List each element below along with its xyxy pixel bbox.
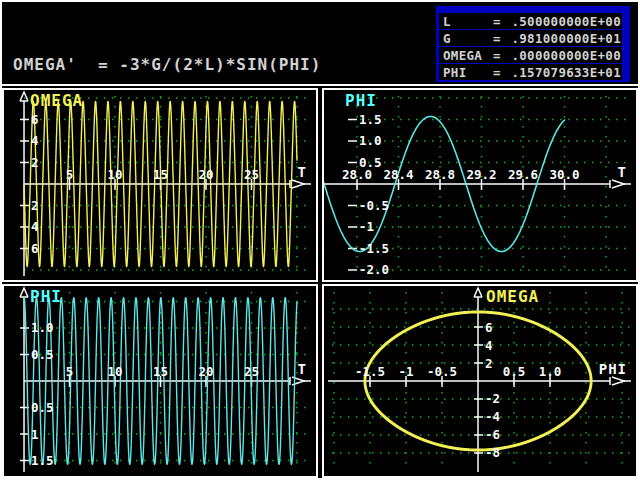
panel-title: OMEGA	[486, 287, 539, 306]
grid-dots	[332, 292, 630, 472]
equals-sign: =	[493, 31, 511, 46]
x-tick-label: 25	[244, 167, 259, 182]
param-value: .500000000E+00	[511, 14, 622, 29]
plot-svg-phase-portrait: -1.5-1-0.50.51.0642-2-4-6-8OMEGAPHI	[324, 286, 636, 476]
x-tick-label: 30.0	[549, 167, 579, 182]
x-tick-label: 15	[153, 364, 168, 379]
plot-panel-phi-vs-t: 5101520251.00.50.511.5PHIT	[2, 284, 318, 478]
header-divider	[0, 84, 640, 86]
x-tick-label: 29.6	[508, 167, 538, 182]
y-tick-label: 1.5	[359, 112, 382, 127]
y-tick-label: -1	[359, 219, 374, 234]
plot-panel-omega-vs-t: 510152025642246OMEGAT	[2, 88, 318, 282]
y-tick-label: 6	[485, 320, 493, 335]
param-value: .981000000E+01	[511, 31, 622, 46]
y-tick-label: 1.0	[31, 320, 54, 335]
x-tick-label: 28.8	[425, 167, 455, 182]
y-tick-label: 0.5	[31, 347, 54, 362]
panel-title: PHI	[30, 287, 62, 306]
equation-line1: OMEGA' = -3*G/(2*L)*SIN(PHI)	[13, 53, 321, 76]
param-name: OMEGA	[443, 48, 493, 63]
plot-svg-phi-vs-t: 5101520251.00.50.511.5PHIT	[4, 286, 316, 476]
x-tick-label: 0.5	[503, 364, 526, 379]
y-tick-label: 4	[31, 219, 39, 234]
y-tick-label: -6	[485, 427, 500, 442]
x-axis-arrow	[292, 180, 304, 188]
plot-svg-phi-vs-t-zoom: 28.028.428.829.229.630.01.51.00.5-0.5-1-…	[324, 90, 636, 280]
x-tick-label: 5	[66, 167, 74, 182]
param-name: L	[443, 14, 493, 29]
plot-svg-omega-vs-t: 510152025642246OMEGAT	[4, 90, 316, 280]
y-tick-label: -2	[485, 391, 500, 406]
y-tick-label: 4	[31, 133, 39, 148]
simulation-screen: OMEGA' = -3*G/(2*L)*SIN(PHI) PHI' = OMEG…	[0, 0, 640, 480]
equals-sign: =	[493, 48, 511, 63]
y-tick-label: 6	[31, 241, 39, 256]
param-row-g: G=.981000000E+01	[439, 30, 622, 46]
x-tick-label: 1.0	[539, 364, 562, 379]
param-value: .000000000E+00	[511, 48, 622, 63]
x-axis-arrow	[612, 377, 624, 385]
y-axis-arrow	[20, 288, 28, 297]
x-tick-label: 28.4	[383, 167, 413, 182]
y-tick-label: -0.5	[359, 198, 389, 213]
x-axis-name: T	[298, 164, 307, 180]
param-row-l: L=.500000000E+00	[439, 13, 622, 29]
grid-dots	[24, 292, 310, 472]
panel-title: OMEGA	[30, 91, 83, 110]
x-axis-name: T	[618, 164, 627, 180]
y-tick-label: 0.5	[359, 155, 382, 170]
y-tick-label: 4	[485, 338, 493, 353]
y-axis	[474, 288, 483, 472]
y-tick-label: 2	[31, 198, 39, 213]
x-tick-label: 20	[198, 364, 213, 379]
y-tick-label: 6	[31, 112, 39, 127]
equals-sign: =	[493, 65, 511, 80]
x-axis-arrow	[612, 180, 624, 188]
y-tick-label: 1.0	[359, 133, 382, 148]
labels: 28.028.428.829.229.630.01.51.00.5-0.5-1-…	[342, 112, 580, 277]
y-axis	[348, 119, 357, 269]
x-tick-label: 5	[66, 364, 74, 379]
y-tick-label: 0.5	[31, 400, 54, 415]
x-axis-name: T	[298, 361, 307, 377]
param-name: PHI	[443, 65, 493, 80]
panel-title: PHI	[345, 91, 377, 110]
equals-sign: =	[493, 14, 511, 29]
param-value: .157079633E+01	[511, 65, 622, 80]
x-tick-label: -0.5	[427, 364, 457, 379]
y-tick-label: 2	[485, 356, 493, 371]
x-tick-label: 10	[107, 364, 122, 379]
y-axis-arrow	[20, 92, 28, 101]
y-tick-label: -1.5	[359, 241, 389, 256]
param-row-phi: PHI=.157079633E+01	[439, 64, 622, 80]
y-tick-label: -4	[485, 409, 500, 424]
x-tick-label: 20	[198, 167, 213, 182]
param-row-omega: OMEGA=.000000000E+00	[439, 47, 622, 63]
y-tick-label: -2.0	[359, 262, 389, 277]
parameter-box: L=.500000000E+00G=.981000000E+01OMEGA=.0…	[436, 6, 630, 82]
x-tick-label: 10	[107, 167, 122, 182]
x-tick-label: 25	[244, 364, 259, 379]
y-tick-label: -8	[485, 445, 500, 460]
y-axis-arrow	[474, 288, 482, 297]
x-tick-label: 29.2	[466, 167, 496, 182]
x-tick-label: 15	[153, 167, 168, 182]
x-tick-label: -1	[398, 364, 413, 379]
x-axis-name: PHI	[599, 361, 627, 377]
x-tick-label: -1.5	[355, 364, 385, 379]
plot-panel-phase-portrait: -1.5-1-0.50.51.0642-2-4-6-8OMEGAPHI	[322, 284, 638, 478]
param-name: G	[443, 31, 493, 46]
y-tick-label: 1	[31, 427, 39, 442]
y-tick-label: 2	[31, 155, 39, 170]
y-tick-label: 1.5	[31, 453, 54, 468]
plot-panel-phi-vs-t-zoom: 28.028.428.829.229.630.01.51.00.5-0.5-1-…	[322, 88, 638, 282]
